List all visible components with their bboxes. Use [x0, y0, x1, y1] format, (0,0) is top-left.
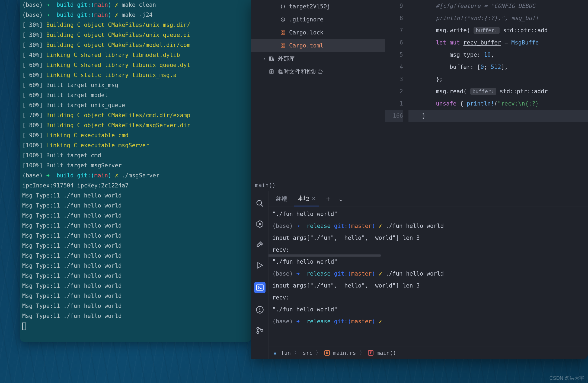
svg-rect-3 — [283, 31, 285, 32]
svg-rect-4 — [281, 33, 282, 34]
svg-rect-22 — [256, 285, 263, 290]
tree-label: Cargo.toml — [289, 42, 323, 49]
tree-label: 外部库 — [278, 55, 295, 62]
tree-label: 临时文件和控制台 — [278, 68, 323, 75]
crumb-file[interactable]: main.rs — [333, 350, 356, 356]
status-fn: main() — [255, 182, 276, 189]
books-icon — [269, 56, 274, 62]
svg-rect-2 — [281, 31, 282, 32]
breadcrumb[interactable]: ▣ fun 〉 src 〉 R main.rs 〉 f main() — [269, 346, 588, 359]
svg-point-26 — [259, 311, 260, 312]
code-area[interactable]: #[cfg(feature = "CONFIG_DEBUG println!("… — [408, 0, 588, 179]
svg-rect-7 — [283, 44, 285, 45]
svg-rect-11 — [271, 57, 272, 60]
svg-rect-12 — [272, 57, 274, 60]
svg-line-1 — [282, 18, 284, 21]
crumb-fn[interactable]: main() — [377, 350, 396, 356]
rust-icon: R — [324, 350, 330, 356]
svg-point-27 — [257, 327, 259, 330]
grid-icon — [280, 43, 286, 49]
hammer-icon[interactable] — [256, 241, 264, 249]
grid-icon — [280, 30, 286, 36]
terminal-tabs: 终端 本地× ＋ ⌄ — [269, 191, 588, 206]
svg-rect-9 — [283, 46, 285, 47]
add-tab-button[interactable]: ＋ — [322, 194, 334, 203]
project-tree[interactable]: target2Vl50j.gitignoreCargo.lockCargo.to… — [251, 0, 385, 179]
svg-line-18 — [261, 205, 263, 207]
search-icon[interactable] — [256, 199, 264, 208]
tab-label: 本地 — [298, 194, 309, 202]
svg-rect-5 — [283, 33, 285, 34]
sep: 〉 — [316, 349, 321, 356]
tab-local[interactable]: 本地× — [294, 191, 319, 206]
crumb-module[interactable]: fun — [281, 350, 291, 356]
crumb-folder[interactable]: src — [303, 350, 312, 356]
sep: 〉 — [294, 349, 299, 356]
cursor — [22, 323, 26, 330]
git-icon[interactable] — [256, 326, 264, 334]
tree-lib[interactable]: ›外部库 — [251, 52, 385, 65]
ide-window: target2Vl50j.gitignoreCargo.lockCargo.to… — [251, 0, 588, 359]
ide-terminal-panel: 终端 本地× ＋ ⌄ "./fun hello world"(base) ➜ r… — [251, 191, 588, 359]
module-icon: ▣ — [272, 350, 278, 356]
tree-item[interactable]: .gitignore — [251, 13, 385, 26]
braces-icon — [280, 4, 286, 9]
editor-status: main() — [251, 179, 588, 191]
tree-lib[interactable]: 临时文件和控制台 — [251, 65, 385, 78]
run-hex-icon[interactable] — [256, 220, 264, 228]
tool-strip — [251, 191, 269, 359]
gutter: 987654321166 — [385, 0, 408, 179]
chevron-right-icon: › — [260, 55, 265, 62]
terminal-output[interactable]: "./fun hello world"(base) ➜ release git:… — [269, 206, 588, 346]
tree-label: .gitignore — [289, 16, 323, 23]
tree-label: Cargo.lock — [289, 29, 323, 36]
tab-terminal[interactable]: 终端 — [272, 191, 291, 206]
warning-icon[interactable] — [256, 306, 264, 314]
svg-marker-20 — [259, 223, 261, 225]
code-editor[interactable]: 987654321166 #[cfg(feature = "CONFIG_DEB… — [385, 0, 588, 179]
forbid-icon — [280, 17, 286, 23]
svg-rect-6 — [281, 44, 282, 45]
external-terminal[interactable]: (base) ➜ build git:(main) ✗ make clean(b… — [20, 0, 251, 342]
fn-icon: f — [368, 350, 373, 356]
svg-marker-21 — [258, 263, 263, 268]
play-icon[interactable] — [256, 261, 264, 269]
svg-rect-10 — [270, 57, 271, 60]
tree-label: target2Vl50j — [289, 3, 330, 10]
tree-item[interactable]: Cargo.toml — [251, 39, 385, 52]
svg-point-17 — [257, 200, 261, 205]
terminal-icon[interactable] — [254, 282, 266, 293]
watermark: CSDN @洪大宇 — [549, 375, 584, 381]
close-icon[interactable]: × — [312, 195, 315, 202]
svg-point-28 — [257, 331, 259, 334]
tree-item[interactable]: target2Vl50j — [251, 0, 385, 13]
sep: 〉 — [359, 349, 365, 356]
chevron-down-icon[interactable]: ⌄ — [337, 196, 345, 202]
tree-item[interactable]: Cargo.lock — [251, 26, 385, 39]
tab-label: 终端 — [276, 195, 287, 203]
scratch-icon — [269, 69, 274, 75]
svg-rect-8 — [281, 46, 282, 47]
